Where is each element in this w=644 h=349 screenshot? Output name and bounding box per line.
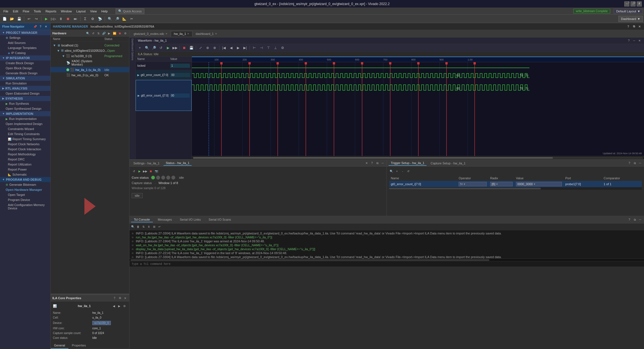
- toolbar-implement[interactable]: ⚙: [89, 16, 96, 22]
- nav-program-device[interactable]: Program Device: [0, 197, 50, 202]
- section-synthesis-header[interactable]: ▶ SYNTHESIS: [0, 96, 50, 101]
- radix-select[interactable]: [B] ▼: [490, 182, 513, 186]
- section-simulation-header[interactable]: ▼ SIMULATION: [0, 76, 50, 81]
- wave-tab-xdc-close[interactable]: ✕: [165, 32, 168, 35]
- tab-general[interactable]: General: [51, 343, 68, 349]
- tcl-panel-float[interactable]: ⧉: [632, 218, 637, 222]
- toolbar-save[interactable]: 💾: [16, 16, 23, 22]
- trigger-search-btn[interactable]: 🔍: [389, 169, 394, 173]
- nav-report-clock-networks[interactable]: Report Clock Networks: [0, 142, 50, 147]
- nav-generate-bitstream[interactable]: ⚙ Generate Bitstream: [0, 182, 50, 187]
- menu-layout[interactable]: Layout: [74, 9, 88, 14]
- wave-tb-zoom-in[interactable]: 🔍: [144, 45, 150, 51]
- toolbar-undo[interactable]: ↩: [26, 16, 32, 22]
- hw-play-icon[interactable]: ▶: [107, 31, 111, 35]
- tcl-input-field[interactable]: [132, 263, 642, 266]
- nav-ip-catalog[interactable]: ◈ IP Catalog: [0, 50, 50, 55]
- nav-language-templates[interactable]: Language Templates: [0, 45, 50, 50]
- wave-title-min[interactable]: ─: [632, 38, 636, 43]
- tcl-h-scrollbar-thumb[interactable]: [131, 259, 489, 261]
- dashboard-selector[interactable]: Dashboard ▼: [618, 16, 643, 22]
- wave-tab-ila1-close[interactable]: ✕: [187, 32, 189, 35]
- tcl-tab-messages[interactable]: Messages: [155, 217, 175, 222]
- tcl-panel-q[interactable]: ?: [627, 218, 632, 222]
- menu-flow[interactable]: Flow: [21, 9, 32, 14]
- trigger-add-btn[interactable]: +: [395, 169, 399, 173]
- hw-manager-float[interactable]: ⧉: [632, 24, 636, 29]
- tcl-tb-search[interactable]: 🔍: [131, 225, 135, 229]
- toolbar-search[interactable]: 🔍: [106, 16, 113, 22]
- flow-nav-help[interactable]: ?: [38, 24, 43, 29]
- nav-add-sources[interactable]: Add Sources: [0, 40, 50, 45]
- trigger-panel-float[interactable]: ⧉: [632, 161, 637, 165]
- tcl-tb-sort[interactable]: ⇅: [141, 225, 146, 229]
- wave-tb-play[interactable]: ▶: [165, 45, 171, 51]
- ila-prev-btn[interactable]: ◀: [112, 304, 116, 308]
- section-rtl-header[interactable]: ▶ RTL ANALYSIS: [0, 86, 50, 91]
- wave-tb-settings[interactable]: ⚙: [279, 45, 286, 51]
- wave-signal-locked[interactable]: locked 1: [136, 62, 192, 70]
- nav-constraints-wizard[interactable]: Constraints Wizard: [0, 126, 50, 131]
- menu-reports[interactable]: Reports: [43, 9, 59, 14]
- toolbar-redo[interactable]: ↪: [33, 16, 40, 22]
- tcl-h-scrollbar[interactable]: [129, 259, 644, 261]
- operator-select[interactable]: != ▼: [459, 182, 487, 186]
- wave-tb-zoom-fit[interactable]: ⤢: [198, 45, 204, 51]
- wave-scrollbar-thumb[interactable]: [193, 157, 553, 159]
- trigger-panel-q[interactable]: ?: [627, 161, 632, 165]
- hw-manager-close[interactable]: ✕: [637, 24, 642, 29]
- hw-fastfwd-icon[interactable]: ⏩: [112, 31, 117, 35]
- trigger-row1-radix[interactable]: [B] ▼: [488, 181, 514, 187]
- status-capture-btn[interactable]: 📷: [154, 169, 159, 173]
- status-tab[interactable]: Status - hw_ila_1: [163, 161, 192, 166]
- hw-search-icon[interactable]: 🔍: [86, 31, 90, 35]
- nav-report-clock-interaction[interactable]: Report Clock Interaction: [0, 147, 50, 152]
- tcl-tb-cols[interactable]: ⊞: [152, 225, 156, 229]
- trigger-scrollbar-thumb[interactable]: [389, 188, 541, 189]
- trigger-row-1[interactable]: gt0_error_count_i[7:0] != ▼: [389, 181, 642, 187]
- wave-tb-zoom-sel[interactable]: ⊕: [205, 45, 211, 51]
- status-panel-q[interactable]: ?: [370, 161, 374, 165]
- menu-file[interactable]: File: [1, 9, 11, 14]
- status-play-btn[interactable]: ▶: [137, 169, 142, 173]
- status-panel-close-x[interactable]: ✕: [364, 161, 369, 165]
- tree-xadc[interactable]: 📡 XADC (System Monitor): [51, 59, 129, 67]
- hw-settings-icon[interactable]: ⚙: [123, 31, 127, 35]
- trigger-remove-btn[interactable]: -: [400, 169, 405, 173]
- wave-tab-xdc[interactable]: gtwizard_0_exdes.xdc ✕: [131, 31, 171, 37]
- menu-tools[interactable]: Tools: [32, 9, 43, 14]
- ila-next-btn[interactable]: ▶: [117, 304, 122, 308]
- nav-open-hw-manager[interactable]: Open Hardware Manager: [0, 187, 50, 192]
- hw-refresh-icon[interactable]: ↺: [91, 31, 95, 35]
- wave-tab-dash-close[interactable]: ✕: [215, 32, 217, 35]
- wave-title-close[interactable]: ✕: [637, 38, 642, 43]
- nav-open-synthesized[interactable]: Open Synthesized Design: [0, 106, 50, 111]
- nav-open-elaborated[interactable]: Open Elaborated Design: [0, 91, 50, 96]
- section-pad-header[interactable]: ▼ PROGRAM AND DEBUG: [0, 177, 50, 182]
- trigger-scrollbar[interactable]: [389, 187, 642, 190]
- menu-window[interactable]: Window: [59, 9, 74, 14]
- tree-xc7a100t[interactable]: ▼ ⬛ xc7a100t_0 (3) Programmed: [51, 53, 129, 59]
- wave-tab-ila1[interactable]: hw_ila_1 ✕: [171, 31, 192, 37]
- wave-tb-cursor-end[interactable]: ▶|: [242, 45, 248, 51]
- wave-signal-gt0-sel-arrow[interactable]: ▶: [138, 94, 140, 97]
- flow-nav-pin[interactable]: 📌: [33, 24, 37, 29]
- toolbar-bitstream[interactable]: 📡: [97, 16, 103, 22]
- wave-title-help[interactable]: ?: [627, 38, 631, 43]
- nav-settings[interactable]: ⚙ Settings: [0, 35, 50, 40]
- trigger-row1-value[interactable]: 0000_0000 ▼: [514, 181, 564, 187]
- tcl-tab-serial-links[interactable]: Serial I/O Links: [177, 217, 204, 222]
- wave-tab-dashboard[interactable]: dashboard_1 ✕: [192, 31, 220, 37]
- menu-help[interactable]: Help: [99, 9, 110, 14]
- nav-open-target[interactable]: Open Target: [0, 192, 50, 197]
- tab-properties[interactable]: Properties: [68, 343, 89, 349]
- capture-setup-tab[interactable]: Capture Setup - hw_ila_1: [428, 161, 468, 165]
- tcl-panel-min[interactable]: ─: [638, 218, 642, 222]
- nav-open-block-design[interactable]: Open Block Design: [0, 66, 50, 71]
- tree-localhost[interactable]: ▼ 🖥 localhost (1) Connected: [51, 43, 129, 48]
- section-ip-integrator-header[interactable]: ▼ IP INTEGRATOR: [0, 55, 50, 61]
- nav-report-power[interactable]: Report Power: [0, 167, 50, 172]
- toolbar-open[interactable]: 📂: [8, 16, 15, 22]
- toolbar-run-all[interactable]: ▷▷: [50, 16, 57, 22]
- nav-run-implementation[interactable]: ▶ Run Implementation: [0, 116, 50, 121]
